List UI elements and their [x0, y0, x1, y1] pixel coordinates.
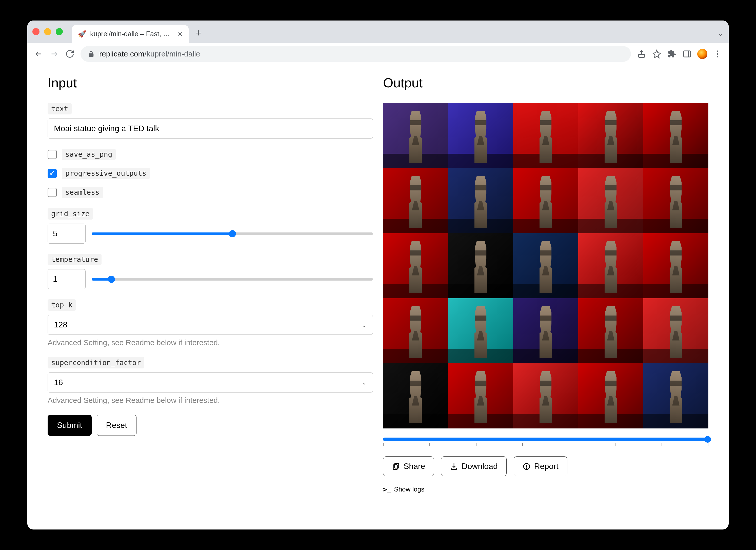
tab-bar: 🚀 kuprel/min-dalle – Fast, minima × + ⌄	[27, 21, 729, 43]
svg-rect-6	[395, 463, 399, 468]
text-input[interactable]	[48, 119, 373, 139]
new-tab-button[interactable]: +	[196, 27, 202, 39]
svg-point-4	[717, 53, 718, 55]
output-tile	[643, 363, 708, 428]
tabs-menu-icon[interactable]: ⌄	[717, 29, 724, 37]
field-text: text	[48, 103, 373, 139]
progress-ticks	[383, 443, 708, 446]
address-bar: replicate.com/kuprel/min-dalle	[27, 43, 729, 65]
url-host: replicate.com	[99, 50, 144, 58]
label-temperature: temperature	[48, 254, 102, 265]
side-panel-icon[interactable]	[682, 49, 692, 59]
chevron-down-icon: ⌄	[362, 379, 367, 386]
output-tile	[448, 233, 513, 298]
report-label: Report	[534, 462, 559, 471]
download-label: Download	[462, 462, 498, 471]
svg-point-10	[526, 468, 527, 468]
nav-back-button[interactable]	[33, 49, 44, 59]
svg-point-3	[717, 50, 718, 52]
output-tile	[448, 298, 513, 363]
checkbox-save-as-png[interactable]	[48, 150, 57, 159]
url-path: /kuprel/min-dalle	[144, 50, 200, 58]
download-icon	[450, 462, 458, 470]
output-tile	[643, 298, 708, 363]
output-tile	[513, 233, 578, 298]
browser-menu-icon[interactable]	[712, 49, 723, 59]
url-field[interactable]: replicate.com/kuprel/min-dalle	[81, 46, 631, 62]
browser-tab[interactable]: 🚀 kuprel/min-dalle – Fast, minima ×	[72, 25, 189, 43]
supercondition-factor-value: 16	[54, 378, 63, 387]
browser-window: 🚀 kuprel/min-dalle – Fast, minima × + ⌄ …	[27, 21, 729, 529]
window-minimize-button[interactable]	[44, 28, 51, 35]
terminal-icon: >_	[383, 486, 391, 493]
output-tile	[448, 363, 513, 428]
nav-reload-button[interactable]	[65, 49, 75, 59]
input-heading: Input	[48, 75, 373, 90]
temperature-slider[interactable]	[92, 278, 373, 281]
output-tile	[383, 363, 448, 428]
report-icon	[523, 462, 531, 470]
top-k-value: 128	[54, 320, 67, 329]
grid-size-slider[interactable]	[92, 232, 373, 235]
output-tile	[578, 233, 643, 298]
svg-rect-1	[684, 51, 691, 57]
field-progressive-outputs: progressive_outputs	[48, 168, 373, 179]
supercondition-factor-select[interactable]: 16 ⌄	[48, 372, 373, 392]
label-text: text	[48, 103, 72, 114]
output-tile	[383, 168, 448, 233]
output-image-grid[interactable]	[383, 103, 708, 428]
share-button[interactable]: Share	[383, 456, 434, 476]
progress-tick	[615, 443, 615, 446]
download-button[interactable]: Download	[441, 456, 506, 476]
tab-favicon-icon: 🚀	[78, 30, 86, 38]
svg-rect-7	[393, 465, 397, 469]
page-content: Input text save_as_png progressive_outpu…	[27, 65, 729, 529]
share-icon	[392, 462, 400, 470]
progress-tick	[569, 443, 569, 446]
share-page-icon[interactable]	[636, 49, 647, 59]
label-progressive-outputs: progressive_outputs	[62, 168, 150, 179]
svg-point-5	[717, 56, 718, 57]
profile-avatar[interactable]	[697, 49, 707, 59]
output-tile	[448, 168, 513, 233]
toolbar-actions	[636, 49, 723, 59]
checkbox-seamless[interactable]	[48, 188, 57, 197]
output-tile	[643, 233, 708, 298]
share-label: Share	[404, 462, 425, 471]
input-pane: Input text save_as_png progressive_outpu…	[48, 75, 373, 519]
temperature-input[interactable]	[48, 269, 86, 289]
top-k-helper: Advanced Setting, see Readme below if in…	[48, 338, 373, 347]
progress-tick	[383, 443, 384, 446]
show-logs-toggle[interactable]: >_ Show logs	[383, 485, 708, 493]
window-maximize-button[interactable]	[56, 28, 63, 35]
output-actions: Share Download Report	[383, 456, 708, 476]
bookmark-star-icon[interactable]	[652, 49, 662, 59]
nav-forward-button[interactable]	[49, 49, 59, 59]
checkbox-progressive-outputs[interactable]	[48, 169, 57, 178]
progress-tick	[429, 443, 430, 446]
label-supercondition-factor: supercondition_factor	[48, 357, 144, 368]
output-tile	[513, 298, 578, 363]
label-grid-size: grid_size	[48, 208, 93, 220]
output-progress-slider[interactable]	[383, 438, 708, 441]
top-k-select[interactable]: 128 ⌄	[48, 315, 373, 335]
field-supercondition-factor: supercondition_factor 16 ⌄ Advanced Sett…	[48, 357, 373, 405]
reset-button[interactable]: Reset	[97, 415, 137, 436]
field-top-k: top_k 128 ⌄ Advanced Setting, see Readme…	[48, 299, 373, 347]
submit-button[interactable]: Submit	[48, 415, 92, 436]
show-logs-label: Show logs	[394, 485, 424, 493]
report-button[interactable]: Report	[514, 456, 567, 476]
output-tile	[383, 233, 448, 298]
window-close-button[interactable]	[32, 28, 39, 35]
tab-close-icon[interactable]: ×	[178, 29, 183, 39]
output-heading: Output	[383, 75, 708, 90]
output-tile	[383, 103, 448, 168]
progress-tick	[522, 443, 523, 446]
supercondition-factor-helper: Advanced Setting, see Readme below if in…	[48, 396, 373, 405]
label-top-k: top_k	[48, 299, 76, 311]
progress-tick	[708, 443, 708, 446]
output-tile	[448, 103, 513, 168]
extensions-icon[interactable]	[667, 49, 677, 59]
output-tile	[643, 168, 708, 233]
grid-size-input[interactable]	[48, 224, 86, 244]
